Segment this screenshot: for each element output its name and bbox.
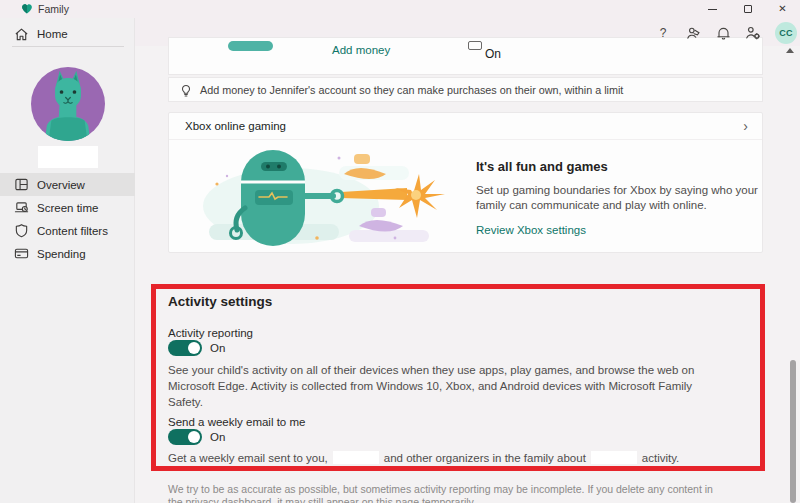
sidebar-item-spending[interactable]: Spending bbox=[0, 242, 135, 265]
maximize-icon bbox=[744, 5, 752, 13]
ask-to-buy-status: On bbox=[485, 47, 501, 61]
xbox-section-body: Set up gaming boundaries for Xbox by say… bbox=[476, 183, 758, 213]
minimize-button[interactable] bbox=[695, 0, 730, 18]
notifications-button[interactable] bbox=[715, 25, 731, 41]
scrollbar-up-arrow[interactable] bbox=[786, 48, 794, 53]
add-money-link[interactable]: Add money bbox=[332, 44, 390, 56]
accuracy-disclaimer: We try to be as accurate as possible, bu… bbox=[168, 483, 728, 503]
email-desc-part1: Get a weekly email sent to you, bbox=[168, 452, 328, 464]
sidebar-divider bbox=[12, 46, 124, 47]
email-desc-part3: activity. bbox=[642, 452, 680, 464]
close-button[interactable]: ✕ bbox=[765, 0, 800, 18]
shield-icon bbox=[14, 223, 29, 238]
chevron-right-icon: › bbox=[743, 118, 748, 134]
overview-icon bbox=[14, 177, 29, 192]
window-controls: ✕ bbox=[695, 0, 800, 18]
weekly-email-status: On bbox=[210, 431, 225, 443]
disclaimer-line1: We try to be as accurate as possible, bu… bbox=[168, 483, 713, 495]
maximize-button[interactable] bbox=[730, 0, 765, 18]
sidebar-screen-time-label: Screen time bbox=[37, 202, 98, 214]
lightbulb-icon bbox=[179, 83, 193, 97]
activity-reporting-label: Activity reporting bbox=[168, 327, 253, 339]
sidebar-item-home[interactable]: Home bbox=[0, 22, 135, 46]
sidebar-overview-label: Overview bbox=[37, 179, 85, 191]
robot-illustration bbox=[199, 146, 449, 250]
xbox-card-header[interactable]: Xbox online gaming › bbox=[169, 113, 762, 140]
partial-teal-element bbox=[228, 41, 273, 51]
family-heart-logo-icon bbox=[21, 3, 33, 15]
home-icon bbox=[14, 27, 29, 42]
app-title: Family bbox=[38, 3, 69, 15]
xbox-section-heading: It's all fun and games bbox=[476, 159, 766, 174]
sidebar-content-filters-label: Content filters bbox=[37, 225, 108, 237]
redacted-child-name bbox=[591, 451, 637, 464]
child-name-redacted bbox=[38, 146, 98, 168]
toggle-knob bbox=[188, 342, 200, 354]
weekly-email-toggle[interactable] bbox=[168, 429, 202, 445]
redacted-email bbox=[333, 451, 379, 464]
titlebar: Family ✕ bbox=[0, 0, 800, 18]
email-desc-part2: and other organizers in the family about bbox=[384, 452, 586, 464]
account-avatar[interactable]: CC bbox=[775, 22, 797, 44]
family-settings-button[interactable] bbox=[745, 25, 761, 41]
sidebar-item-overview[interactable]: Overview bbox=[0, 173, 135, 196]
xbox-card-title: Xbox online gaming bbox=[185, 120, 286, 132]
person-gear-icon bbox=[745, 25, 761, 41]
xbox-online-gaming-card: Xbox online gaming › bbox=[168, 112, 763, 253]
sidebar: Home bbox=[0, 18, 135, 503]
toggle-knob bbox=[188, 431, 200, 443]
help-icon: ? bbox=[660, 26, 667, 40]
activity-settings-heading: Activity settings bbox=[168, 294, 272, 309]
weekly-email-description: Get a weekly email sent to you,and other… bbox=[168, 451, 679, 464]
feedback-icon bbox=[686, 26, 701, 41]
scrollbar-thumb[interactable] bbox=[790, 360, 796, 503]
activity-reporting-description: See your child's activity on all of thei… bbox=[168, 362, 718, 410]
sidebar-home-label: Home bbox=[37, 28, 68, 40]
child-avatar[interactable] bbox=[31, 67, 105, 141]
close-icon: ✕ bbox=[778, 4, 786, 14]
sidebar-item-content-filters[interactable]: Content filters bbox=[0, 219, 135, 242]
tip-banner: Add money to Jennifer's account so they … bbox=[168, 77, 763, 102]
review-xbox-settings-link[interactable]: Review Xbox settings bbox=[476, 224, 586, 236]
activity-reporting-status: On bbox=[210, 342, 225, 354]
sidebar-spending-label: Spending bbox=[37, 248, 86, 260]
toolbar: ? CC bbox=[655, 22, 797, 44]
help-button[interactable]: ? bbox=[655, 25, 671, 41]
feedback-button[interactable] bbox=[685, 25, 701, 41]
activity-reporting-toggle[interactable] bbox=[168, 340, 202, 356]
family-app-window: Family ✕ ? bbox=[0, 0, 800, 503]
tip-text: Add money to Jennifer's account so they … bbox=[200, 84, 623, 96]
credit-card-icon bbox=[14, 246, 29, 261]
sidebar-item-screen-time[interactable]: Screen time bbox=[0, 196, 135, 219]
minimize-icon bbox=[708, 9, 717, 10]
weekly-email-label: Send a weekly email to me bbox=[168, 416, 305, 428]
disclaimer-line2: the privacy dashboard, it may still appe… bbox=[168, 496, 476, 503]
bell-icon bbox=[716, 26, 731, 41]
screen-time-icon bbox=[14, 200, 29, 215]
card-outline-icon bbox=[468, 41, 482, 50]
